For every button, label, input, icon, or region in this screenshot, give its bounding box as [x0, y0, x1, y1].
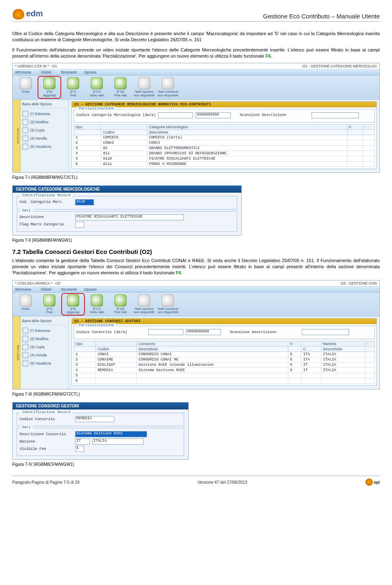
sidebar-option[interactable]: (3) Copia — [22, 343, 67, 351]
grid-row[interactable]: 6 — [74, 378, 375, 384]
desc-input[interactable]: Sistema Gestione RAEE — [75, 431, 147, 437]
sidebar-option[interactable]: (3) Copia — [22, 126, 67, 134]
filter-to-input[interactable]: 9999999999 — [186, 329, 221, 335]
grid-row[interactable]: 2CONAIMGCONSORZIO CONAI MGSITAITALIA — [74, 357, 375, 363]
id-input[interactable]: 0110 — [75, 199, 94, 205]
sidebar-option[interactable]: (4) Annulla — [22, 351, 67, 359]
panel-title: O2 - GESTIONE CONSORZI GESTORI — [72, 318, 376, 324]
ribbon-button[interactable]: (F17)Inizio dati — [86, 77, 107, 98]
grid-row[interactable]: 2CONAICONAI — [74, 140, 375, 145]
grid-cell — [363, 156, 375, 161]
ribbon-button[interactable]: Tasti comandonon disponibili — [157, 77, 178, 98]
grid-subheader — [288, 347, 301, 352]
function-ribbon: Enter(F6)Aggiungi(F7)Fine(F17)Inizio dat… — [13, 76, 379, 100]
grid-cell — [347, 151, 363, 156]
chrome-right: O2 - GESTIONE CON — [341, 281, 377, 285]
ribbon-icon — [114, 294, 127, 307]
sidebar-option[interactable]: (*) Seleziona — [22, 110, 67, 118]
ribbon-button[interactable]: (F6)Aggiungi — [39, 77, 60, 98]
ribbon-button[interactable]: Tasti opzionenon disponibili — [134, 77, 155, 98]
screenshot-o2-list: * CON.GEA MONICA * · O2 O2 - GESTIONE CO… — [12, 280, 380, 390]
filter-from-input[interactable] — [148, 329, 183, 335]
grid-row[interactable]: 4REMEDIASistema Gestione RAEESITITALIA — [74, 368, 375, 373]
ribbon-button[interactable]: (F17)Inizio dati — [86, 294, 107, 315]
grid-cell: S — [288, 352, 301, 357]
group-legend: Dati — [20, 209, 33, 213]
grid-row[interactable]: 4011GRANDI APPARECCHI DI REFRIGERAZIONE. — [74, 151, 375, 156]
naz-code-input[interactable]: IT — [75, 438, 90, 445]
grid-row[interactable]: 60111FORNI A MICROONDE — [74, 161, 375, 167]
spi-logo: spi — [365, 478, 380, 486]
desc-input[interactable]: PIASTRE RISCALDANTI ELETTRICHE — [75, 214, 184, 220]
ribbon-button[interactable]: (F7)Fine — [39, 294, 60, 315]
grid-cell — [301, 373, 321, 378]
naz-desc-input[interactable]: ITALIA — [92, 438, 144, 445]
grid-cell — [365, 378, 374, 384]
sidebar-option[interactable]: (5) Visualizza — [22, 142, 67, 151]
option-icon — [22, 111, 29, 117]
edm-logo-text: edm — [26, 9, 43, 18]
desc-label: Descrizione Consorzio — [20, 432, 73, 436]
flag-input[interactable] — [75, 222, 84, 228]
side-tab[interactable]: Gestione — [13, 100, 20, 172]
sidebar-option[interactable]: (2) Modifica — [22, 335, 67, 343]
grid-cell: ITALIA — [321, 352, 365, 357]
grid-row[interactable]: 5 — [74, 373, 375, 378]
filter-to-input[interactable]: 9999999999 — [196, 112, 231, 118]
menu-item[interactable]: Azioni — [39, 70, 54, 74]
grid-cell — [363, 161, 375, 167]
categories-grid[interactable]: Opz.Categoria MerceologicaF.-CodiceDescr… — [74, 124, 375, 167]
menu-item[interactable]: Opzioni — [84, 287, 97, 291]
grid-subheader — [74, 129, 101, 135]
grid-cell: CONSORZIO CONAI MG — [137, 357, 288, 363]
sidebar-option[interactable]: (2) Modifica — [22, 118, 67, 126]
menu-strip: WGHome Azioni Strumenti Opzioni — [13, 69, 379, 76]
group-legend: Parzializzazione — [77, 107, 116, 111]
grid-row[interactable]: 1COMIECOCOMIECO (Carta) — [74, 135, 375, 140]
ribbon-button[interactable]: Tasti comandonon disponibili — [157, 294, 178, 315]
sidebar-option[interactable]: (*) Seleziona — [22, 327, 67, 335]
sidebar-option[interactable]: (4) Annulla — [22, 134, 67, 142]
ribbon-button[interactable]: Enter — [15, 294, 36, 315]
grid-row[interactable]: 301GRANDI ELETTRODOMESTICI — [74, 145, 375, 151]
grid-cell — [363, 151, 375, 156]
ribbon-icon — [67, 294, 79, 307]
ribbon-button[interactable]: (F6)Aggiungi — [62, 294, 84, 315]
grid-header: Opz. — [74, 341, 96, 347]
f6-key-ref-1: F6 — [265, 53, 271, 58]
menu-item[interactable]: Opzioni — [84, 70, 97, 74]
grid-cell — [301, 378, 321, 384]
menu-item[interactable]: Strumenti — [61, 287, 77, 291]
vis-input[interactable]: S — [75, 446, 84, 452]
ribbon-button[interactable]: (F18)Fine dati — [110, 77, 131, 98]
menu-item[interactable]: WGHome — [15, 70, 31, 74]
menu-item[interactable]: Azioni — [39, 287, 54, 291]
grid-cell: CONAIMG — [96, 357, 137, 363]
menu-item[interactable]: Strumenti — [61, 70, 77, 74]
menu-item[interactable]: WGHome — [15, 287, 31, 291]
ribbon-button[interactable]: Tasti opzionenon disponibili — [134, 294, 155, 315]
grid-row[interactable]: 50110PIASTRE RISCALDANTI ELETTRICHE — [74, 156, 375, 161]
ribbon-icon — [138, 294, 150, 307]
id-label: Cod. Categoria Merc. — [20, 200, 73, 204]
ribbon-button[interactable]: Enter — [15, 77, 36, 98]
ribbon-button[interactable]: (F18)Fine dati — [110, 294, 131, 315]
ribbon-button[interactable]: (F7)Fine — [62, 77, 84, 98]
grid-cell — [347, 156, 363, 161]
parzializzazione-group: Parzializzazione Codice Categoria Merceo… — [74, 109, 375, 122]
grid-cell — [363, 140, 375, 145]
side-tab[interactable]: Gestione — [13, 316, 20, 389]
grid-cell: Sistema Gestione RAEE — [137, 368, 288, 373]
chrome-left: * AZIENDA 2 EX SI * · O1 — [15, 64, 57, 68]
scan-input[interactable] — [312, 112, 359, 118]
grid-header — [96, 341, 137, 347]
grid-row[interactable]: 3ECOLIGHTGestione RAEE Aziende illuminaz… — [74, 363, 375, 368]
grid-cell — [363, 145, 375, 151]
id-input[interactable]: REMEDIA — [75, 416, 114, 422]
sidebar-option[interactable]: (5) Visualizza — [22, 359, 67, 367]
scan-input[interactable] — [302, 329, 349, 335]
grid-cell: 2 — [74, 357, 96, 363]
filter-from-input[interactable] — [158, 112, 193, 118]
consorzi-grid[interactable]: Opz.ConsorzioV.Nazione-CodiceDescrizione… — [74, 341, 375, 384]
grid-row[interactable]: 1CONAICONSORZIO CONAISITAITALIA — [74, 352, 375, 357]
